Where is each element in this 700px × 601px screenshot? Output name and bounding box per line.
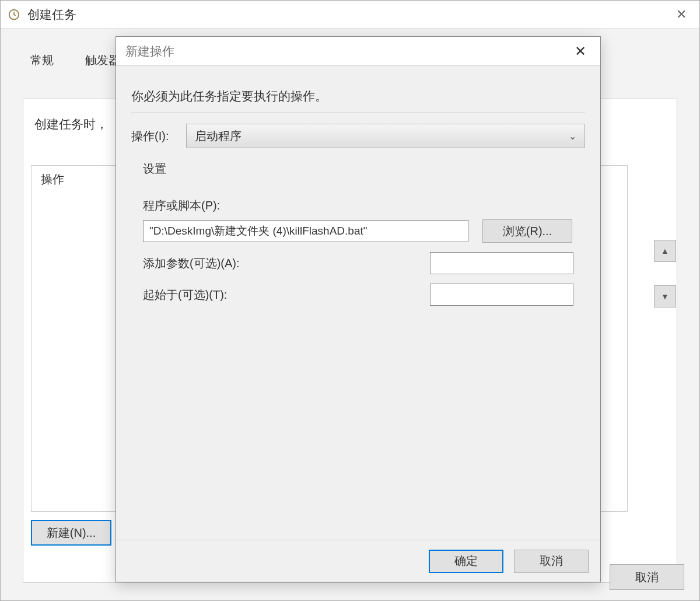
- child-title: 新建操作: [125, 43, 570, 60]
- browse-button[interactable]: 浏览(R)...: [482, 219, 572, 243]
- parent-title: 创建任务: [27, 6, 670, 23]
- settings-label: 设置: [143, 161, 166, 177]
- new-action-dialog: 新建操作 ✕ 你必须为此任务指定要执行的操作。 操作(I): 启动程序 ⌄ 设置…: [116, 36, 601, 582]
- child-bottom-bar: 确定 取消: [116, 540, 600, 582]
- args-label: 添加参数(可选)(A):: [143, 256, 430, 271]
- action-label: 操作(I):: [131, 128, 186, 144]
- ok-button[interactable]: 确定: [429, 550, 503, 573]
- action-select[interactable]: 启动程序 ⌄: [186, 124, 585, 148]
- intro-text: 创建任务时，: [34, 116, 108, 132]
- clock-icon: [8, 8, 20, 21]
- program-row: 程序或脚本(P): 浏览(R)...: [143, 198, 573, 243]
- instruction-text: 你必须为此任务指定要执行的操作。: [131, 88, 585, 113]
- move-up-button[interactable]: ▲: [654, 240, 676, 262]
- chevron-down-icon: ⌄: [569, 131, 576, 142]
- parent-close-icon[interactable]: ✕: [670, 5, 692, 25]
- program-inline: 浏览(R)...: [143, 219, 573, 243]
- args-input[interactable]: [430, 252, 573, 274]
- move-down-button[interactable]: ▼: [654, 285, 676, 308]
- new-button[interactable]: 新建(N)...: [31, 520, 111, 546]
- action-row: 操作(I): 启动程序 ⌄: [131, 124, 585, 148]
- startin-row: 起始于(可选)(T):: [143, 284, 573, 306]
- chevron-up-icon: ▲: [661, 246, 669, 256]
- startin-label: 起始于(可选)(T):: [143, 287, 430, 303]
- parent-cancel-button[interactable]: 取消: [610, 564, 684, 590]
- program-label: 程序或脚本(P):: [143, 198, 573, 214]
- child-titlebar: 新建操作 ✕: [116, 37, 600, 66]
- startin-input[interactable]: [430, 284, 573, 306]
- action-select-value: 启动程序: [195, 128, 242, 144]
- args-row: 添加参数(可选)(A):: [143, 252, 573, 274]
- tab-general[interactable]: 常规: [15, 46, 69, 75]
- child-close-icon[interactable]: ✕: [570, 43, 591, 60]
- settings-fieldset: 设置 程序或脚本(P): 浏览(R)... 添加参数(可选)(A): 起始于(可…: [131, 161, 585, 313]
- chevron-down-icon: ▼: [661, 292, 669, 301]
- child-cancel-button[interactable]: 取消: [514, 550, 589, 573]
- parent-titlebar: 创建任务 ✕: [1, 1, 699, 29]
- program-input[interactable]: [143, 220, 468, 242]
- child-body: 你必须为此任务指定要执行的操作。 操作(I): 启动程序 ⌄ 设置 程序或脚本(…: [116, 66, 600, 582]
